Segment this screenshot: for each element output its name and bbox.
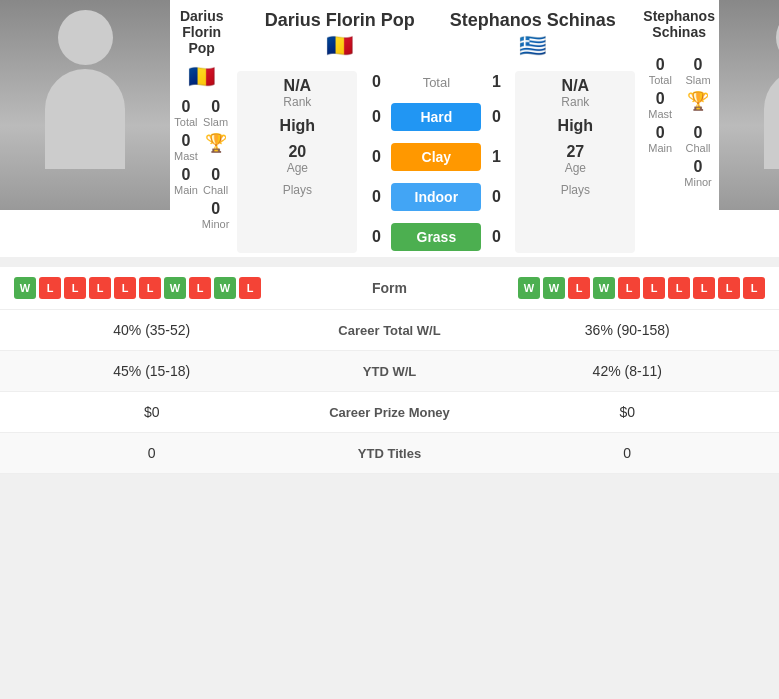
player1-info: Darius Florin Pop 🇷🇴 0 Total 0 Slam 0 Ma… bbox=[170, 0, 233, 257]
form-badge-p2: L bbox=[618, 277, 640, 299]
stats-row: $0 Career Prize Money $0 bbox=[0, 392, 779, 433]
p2-indoor-score: 0 bbox=[481, 188, 511, 206]
player1-slam-label: Slam bbox=[203, 116, 228, 128]
clay-button[interactable]: Clay bbox=[391, 143, 481, 171]
player1-mast-label: Mast bbox=[174, 150, 198, 162]
stats-row: 40% (35-52) Career Total W/L 36% (90-158… bbox=[0, 310, 779, 351]
player2-rank-label: Rank bbox=[521, 95, 629, 109]
player1-flag-emoji: 🇷🇴 bbox=[326, 33, 353, 58]
total-label: Total bbox=[391, 75, 481, 90]
player2-minor-value: 0 bbox=[694, 158, 703, 176]
player2-flag-emoji: 🇬🇷 bbox=[519, 33, 546, 58]
p2-clay-score: 1 bbox=[481, 148, 511, 166]
player1-slam-stat: 0 Slam bbox=[202, 98, 230, 128]
player1-rank: N/A bbox=[243, 77, 351, 95]
player2-mast-stat: 0 Mast bbox=[643, 90, 677, 120]
player1-slam-value: 0 bbox=[211, 98, 220, 116]
player1-minor-value: 0 bbox=[211, 200, 220, 218]
total-score-row: 0 Total 1 bbox=[361, 69, 511, 95]
stats-left-2: $0 bbox=[14, 404, 290, 420]
hard-score-row: 0 Hard 0 bbox=[361, 99, 511, 135]
player1-name: Darius Florin Pop bbox=[174, 8, 229, 56]
p2-total-score: 1 bbox=[481, 73, 511, 91]
player1-mast-stat: 0 Mast bbox=[174, 132, 198, 162]
player2-photo bbox=[719, 0, 779, 210]
player1-trophy: 🏆 bbox=[202, 132, 230, 162]
center-column: Darius Florin Pop Stephanos Schinas 🇷🇴 🇬… bbox=[233, 0, 639, 257]
p1-total-score: 0 bbox=[361, 73, 391, 91]
player2-total-value: 0 bbox=[656, 56, 665, 74]
form-badge-p2: W bbox=[543, 277, 565, 299]
p1-hard-score: 0 bbox=[361, 108, 391, 126]
stats-left-1: 45% (15-18) bbox=[14, 363, 290, 379]
player2-age: 27 bbox=[521, 143, 629, 161]
player1-head bbox=[58, 10, 113, 65]
form-badge-p2: L bbox=[718, 277, 740, 299]
player2-chall-stat: 0 Chall bbox=[681, 124, 715, 154]
player1-main-label: Main bbox=[174, 184, 198, 196]
form-badge-p1: L bbox=[239, 277, 261, 299]
indoor-button[interactable]: Indoor bbox=[391, 183, 481, 211]
form-badge-p2: W bbox=[593, 277, 615, 299]
player1-body bbox=[45, 69, 125, 169]
form-badge-p2: L bbox=[568, 277, 590, 299]
player1-age: 20 bbox=[243, 143, 351, 161]
player2-chall-value: 0 bbox=[694, 124, 703, 142]
player1-plays-label: Plays bbox=[243, 183, 351, 197]
player2-silhouette bbox=[749, 10, 779, 200]
grass-button[interactable]: Grass bbox=[391, 223, 481, 251]
player1-chall-value: 0 bbox=[211, 166, 220, 184]
form-badge-p1: L bbox=[89, 277, 111, 299]
stats-left-0: 40% (35-52) bbox=[14, 322, 290, 338]
stats-right-3: 0 bbox=[490, 445, 766, 461]
player2-main-value: 0 bbox=[656, 124, 665, 142]
form-badge-p2: L bbox=[668, 277, 690, 299]
player1-chall-stat: 0 Chall bbox=[202, 166, 230, 196]
p2-grass-score: 0 bbox=[481, 228, 511, 246]
player2-slam-value: 0 bbox=[694, 56, 703, 74]
player2-name: Stephanos Schinas bbox=[643, 8, 715, 40]
player1-trophy-icon: 🏆 bbox=[205, 132, 227, 154]
player2-chall-label: Chall bbox=[686, 142, 711, 154]
player2-plays-label: Plays bbox=[521, 183, 629, 197]
hard-button[interactable]: Hard bbox=[391, 103, 481, 131]
player1-total-value: 0 bbox=[181, 98, 190, 116]
player1-minor-stat2: 0 Minor bbox=[202, 200, 230, 230]
p1-clay-score: 0 bbox=[361, 148, 391, 166]
stats-right-0: 36% (90-158) bbox=[490, 322, 766, 338]
player2-main-label: Main bbox=[648, 142, 672, 154]
player2-main-stat: 0 Main bbox=[643, 124, 677, 154]
player2-body bbox=[764, 69, 779, 169]
player2-slam-stat: 0 Slam bbox=[681, 56, 715, 86]
player1-flag-center: 🇷🇴 bbox=[243, 33, 436, 59]
stats-right-1: 42% (8-11) bbox=[490, 363, 766, 379]
form-badge-p1: L bbox=[139, 277, 161, 299]
form-badge-p2: L bbox=[743, 277, 765, 299]
player1-main-value: 0 bbox=[181, 166, 190, 184]
indoor-score-row: 0 Indoor 0 bbox=[361, 179, 511, 215]
top-area: Darius Florin Pop 🇷🇴 0 Total 0 Slam 0 Ma… bbox=[0, 0, 779, 257]
grass-score-row: 0 Grass 0 bbox=[361, 219, 511, 255]
form-badge-p2: L bbox=[693, 277, 715, 299]
stats-rows: 40% (35-52) Career Total W/L 36% (90-158… bbox=[0, 310, 779, 474]
form-badge-p2: W bbox=[518, 277, 540, 299]
player1-total-stat: 0 Total bbox=[174, 98, 198, 128]
player1-mast-value: 0 bbox=[181, 132, 190, 150]
form-section: WLLLLLWLWL Form WWLWLLLLLL bbox=[0, 267, 779, 310]
player1-age-label: Age bbox=[243, 161, 351, 175]
player2-rank: N/A bbox=[521, 77, 629, 95]
stats-center-2: Career Prize Money bbox=[290, 405, 490, 420]
player1-form-badges: WLLLLLWLWL bbox=[14, 277, 330, 299]
p1-grass-score: 0 bbox=[361, 228, 391, 246]
clay-score-row: 0 Clay 1 bbox=[361, 139, 511, 175]
player1-silhouette bbox=[30, 10, 140, 200]
player2-stats: 0 Total 0 Slam 0 Mast 🏆 0 Main bbox=[643, 56, 715, 188]
stats-center-1: YTD W/L bbox=[290, 364, 490, 379]
form-badge-p1: W bbox=[164, 277, 186, 299]
player2-trophy-icon: 🏆 bbox=[687, 90, 709, 112]
player1-total-label: Total bbox=[174, 116, 197, 128]
form-badge-p1: L bbox=[114, 277, 136, 299]
stats-center-3: YTD Titles bbox=[290, 446, 490, 461]
surfaces-col: 0 Total 1 0 Hard 0 0 Clay 1 bbox=[361, 67, 511, 257]
player1-flag: 🇷🇴 bbox=[188, 64, 215, 90]
